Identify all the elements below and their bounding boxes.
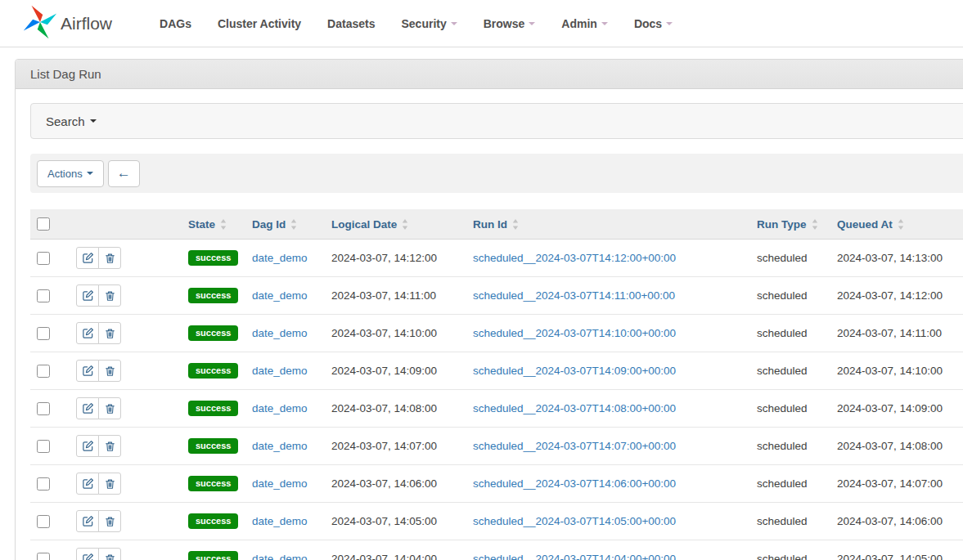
row-checkbox[interactable] xyxy=(37,515,50,528)
sort-header-logical-date[interactable]: Logical Date xyxy=(331,218,408,231)
logical-date-cell: 2024-03-07, 14:06:00 xyxy=(325,465,466,503)
nav-item-dags[interactable]: DAGs xyxy=(146,9,205,38)
dag-id-link[interactable]: date_demo xyxy=(252,252,308,264)
sort-header-queued-at[interactable]: Queued At xyxy=(837,218,904,231)
airflow-brand[interactable]: Airflow xyxy=(23,5,112,43)
delete-record-button[interactable] xyxy=(98,397,121,419)
edit-record-button[interactable] xyxy=(76,473,99,495)
run-id-link[interactable]: scheduled__2024-03-07T14:04:00+00:00 xyxy=(473,553,676,560)
chevron-down-icon xyxy=(87,172,93,175)
run-type-cell: scheduled xyxy=(750,503,830,540)
delete-record-button[interactable] xyxy=(98,473,121,495)
queued-at-cell: 2024-03-07, 14:06:00 xyxy=(830,503,963,540)
trash-icon xyxy=(105,516,115,527)
run-id-link[interactable]: scheduled__2024-03-07T14:07:00+00:00 xyxy=(473,440,676,452)
row-checkbox[interactable] xyxy=(37,477,50,491)
table-row: success date_demo 2024-03-07, 14:04:00 s… xyxy=(30,540,963,560)
trash-icon xyxy=(105,478,115,490)
table-row: success date_demo 2024-03-07, 14:07:00 s… xyxy=(30,428,963,465)
dag-id-link[interactable]: date_demo xyxy=(252,365,308,377)
edit-record-button[interactable] xyxy=(76,548,99,560)
main-nav: DAGs Cluster Activity Datasets Security … xyxy=(146,9,686,38)
delete-record-button[interactable] xyxy=(98,510,121,532)
nav-item-browse[interactable]: Browse xyxy=(470,9,549,38)
run-id-link[interactable]: scheduled__2024-03-07T14:05:00+00:00 xyxy=(473,515,676,527)
run-type-cell: scheduled xyxy=(750,277,830,315)
queued-at-cell: 2024-03-07, 14:11:00 xyxy=(830,315,963,352)
queued-at-cell: 2024-03-07, 14:09:00 xyxy=(830,390,963,428)
sort-header-run-type[interactable]: Run Type xyxy=(757,218,818,231)
select-all-checkbox[interactable] xyxy=(37,217,50,231)
row-checkbox[interactable] xyxy=(37,440,50,453)
run-type-cell: scheduled xyxy=(750,352,830,390)
run-id-link[interactable]: scheduled__2024-03-07T14:11:00+00:00 xyxy=(473,289,675,302)
run-type-cell: scheduled xyxy=(750,390,830,428)
nav-item-datasets[interactable]: Datasets xyxy=(314,9,388,38)
status-badge: success xyxy=(188,325,238,341)
run-id-link[interactable]: scheduled__2024-03-07T14:10:00+00:00 xyxy=(473,327,676,339)
logical-date-cell: 2024-03-07, 14:08:00 xyxy=(325,390,466,428)
row-checkbox[interactable] xyxy=(37,365,50,378)
row-checkbox[interactable] xyxy=(37,327,50,340)
run-id-link[interactable]: scheduled__2024-03-07T14:12:00+00:00 xyxy=(473,252,676,264)
status-badge: success xyxy=(188,551,238,560)
row-checkbox[interactable] xyxy=(37,289,50,302)
dag-id-link[interactable]: date_demo xyxy=(252,515,308,527)
edit-record-button[interactable] xyxy=(76,360,99,382)
trash-icon xyxy=(105,290,115,302)
dag-id-link[interactable]: date_demo xyxy=(252,327,308,339)
edit-icon xyxy=(82,289,94,302)
run-id-link[interactable]: scheduled__2024-03-07T14:09:00+00:00 xyxy=(473,365,676,377)
run-type-cell: scheduled xyxy=(750,540,830,560)
dag-id-link[interactable]: date_demo xyxy=(252,553,308,560)
delete-record-button[interactable] xyxy=(98,548,121,560)
table-row: success date_demo 2024-03-07, 14:12:00 s… xyxy=(30,240,963,277)
delete-record-button[interactable] xyxy=(98,322,121,344)
nav-item-cluster-activity[interactable]: Cluster Activity xyxy=(205,9,314,38)
row-checkbox[interactable] xyxy=(37,553,50,560)
edit-record-button[interactable] xyxy=(76,435,99,457)
run-type-cell: scheduled xyxy=(750,315,830,352)
search-toggle[interactable]: Search xyxy=(30,103,963,139)
edit-record-button[interactable] xyxy=(76,247,99,269)
edit-record-button[interactable] xyxy=(76,510,99,532)
delete-record-button[interactable] xyxy=(98,360,121,382)
run-id-link[interactable]: scheduled__2024-03-07T14:08:00+00:00 xyxy=(473,402,676,414)
dag-id-link[interactable]: date_demo xyxy=(252,402,308,414)
sort-icon xyxy=(512,219,519,230)
edit-record-button[interactable] xyxy=(76,322,99,344)
nav-item-admin[interactable]: Admin xyxy=(548,9,621,38)
chevron-down-icon xyxy=(529,22,535,25)
trash-icon xyxy=(105,253,115,264)
logical-date-cell: 2024-03-07, 14:12:00 xyxy=(325,240,466,277)
sort-icon xyxy=(220,219,227,230)
row-checkbox[interactable] xyxy=(37,252,50,265)
sort-header-state[interactable]: State xyxy=(188,218,227,231)
nav-item-docs[interactable]: Docs xyxy=(621,9,686,38)
delete-record-button[interactable] xyxy=(98,247,121,269)
edit-record-button[interactable] xyxy=(76,397,99,419)
row-checkbox[interactable] xyxy=(37,402,50,415)
nav-item-security[interactable]: Security xyxy=(388,9,470,38)
table-row: success date_demo 2024-03-07, 14:05:00 s… xyxy=(30,503,963,540)
delete-record-button[interactable] xyxy=(98,435,121,457)
sort-header-run-id[interactable]: Run Id xyxy=(473,218,519,231)
queued-at-cell: 2024-03-07, 14:10:00 xyxy=(830,352,963,390)
dag-id-link[interactable]: date_demo xyxy=(252,477,308,490)
trash-icon xyxy=(105,441,115,452)
search-label: Search xyxy=(46,114,85,128)
edit-record-button[interactable] xyxy=(76,284,99,307)
edit-icon xyxy=(82,252,94,264)
actions-dropdown-button[interactable]: Actions xyxy=(37,160,104,187)
edit-icon xyxy=(82,553,94,560)
sort-header-dag-id[interactable]: Dag Id xyxy=(252,218,297,231)
edit-icon xyxy=(82,440,94,452)
sort-icon xyxy=(812,219,818,230)
delete-record-button[interactable] xyxy=(98,284,121,307)
queued-at-cell: 2024-03-07, 14:13:00 xyxy=(830,240,963,277)
back-button[interactable]: ← xyxy=(108,160,140,187)
run-id-link[interactable]: scheduled__2024-03-07T14:06:00+00:00 xyxy=(473,477,676,490)
dag-id-link[interactable]: date_demo xyxy=(252,289,308,302)
logical-date-cell: 2024-03-07, 14:07:00 xyxy=(325,428,466,465)
dag-id-link[interactable]: date_demo xyxy=(252,440,308,452)
